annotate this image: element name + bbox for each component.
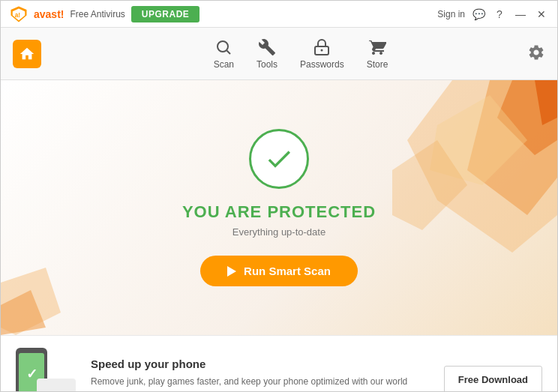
protection-status-text: YOU ARE PROTECTED [182,202,376,222]
you-are-text: YOU ARE [182,202,262,221]
svg-marker-14 [1,290,46,335]
gauge-graphic [37,379,76,393]
title-bar: a! avast! Free Antivirus UPGRADE Sign in… [1,1,557,28]
logo-text: avast! [34,8,64,20]
svg-marker-7 [407,80,557,253]
nav-item-store[interactable]: Store [367,38,388,70]
nav-item-tools[interactable]: Tools [256,38,278,70]
nav-item-scan[interactable]: Scan [214,38,234,70]
sign-in-link[interactable]: Sign in [437,9,465,19]
banner-text: Speed up your phone Remove junk, play ga… [91,358,429,393]
store-label: Store [367,59,388,70]
svg-point-3 [218,41,228,52]
close-button[interactable]: ✕ [535,8,548,20]
help-button[interactable]: ? [493,8,506,20]
svg-marker-13 [1,268,61,335]
tools-icon [258,38,276,56]
svg-marker-12 [392,140,467,230]
svg-point-6 [321,49,323,51]
scan-icon [214,38,232,56]
scan-label: Scan [214,59,234,70]
protected-check-circle [249,129,309,189]
chat-icon[interactable]: 💬 [472,8,485,20]
play-icon [227,266,236,277]
up-to-date-text: Everything up-to-date [232,226,326,238]
avast-logo: a! [10,5,28,23]
run-scan-label: Run Smart Scan [244,265,331,277]
run-smart-scan-button[interactable]: Run Smart Scan [200,256,358,286]
passwords-label: Passwords [300,59,344,70]
banner-description: Remove junk, play games faster, and keep… [91,375,429,393]
minimize-button[interactable]: — [514,8,527,20]
nav-item-passwords[interactable]: Passwords [300,38,344,70]
app-subtitle: Free Antivirus [70,9,124,19]
upgrade-button[interactable]: UPGRADE [131,6,200,22]
avast-logo-icon: a! [10,5,28,23]
decoration-polygons-left [1,223,76,335]
svg-marker-10 [535,80,557,125]
passwords-icon [313,38,331,56]
bottom-banner: ✓ Speed up your phone Remove junk, play … [1,335,557,392]
decoration-polygons-right [392,80,557,253]
home-button[interactable] [13,40,41,68]
svg-marker-8 [467,80,557,215]
settings-icon [527,43,545,61]
title-bar-right: Sign in 💬 ? — ✕ [437,8,548,20]
protected-highlight: PROTECTED [267,202,376,221]
free-download-button[interactable]: Free Download [444,366,542,393]
svg-marker-9 [497,80,557,155]
svg-rect-15 [38,382,75,393]
store-icon [368,38,386,56]
svg-line-4 [227,50,231,54]
svg-text:a!: a! [15,11,20,18]
phone-check-icon: ✓ [26,366,38,382]
svg-marker-11 [430,95,527,185]
title-bar-left: a! avast! Free Antivirus UPGRADE [10,5,200,23]
gauge-svg [38,382,75,393]
banner-title: Speed up your phone [91,358,429,370]
phone-icon-area: ✓ [16,348,76,393]
home-icon [19,46,35,62]
tools-label: Tools [256,59,278,70]
main-content: YOU ARE PROTECTED Everything up-to-date … [1,80,557,335]
settings-button[interactable] [527,43,545,64]
nav-bar: Scan Tools Passwords Store [1,28,557,80]
nav-items: Scan Tools Passwords Store [56,38,545,70]
checkmark-icon [264,144,294,174]
